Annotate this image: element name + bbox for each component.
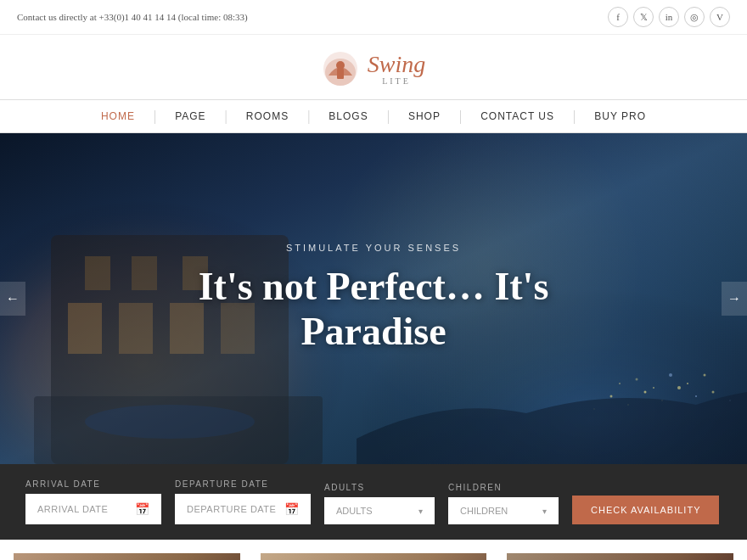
- twitter-icon[interactable]: 𝕏: [633, 7, 654, 27]
- adults-label: ADULTS: [324, 483, 435, 492]
- departure-placeholder: DEPARTURE DATE: [187, 504, 276, 514]
- check-availability-button[interactable]: CHECK AVAILABILITY: [572, 496, 719, 524]
- children-placeholder: CHILDREN: [460, 506, 508, 516]
- departure-field: DEPARTURE DATE DEPARTURE DATE 📅: [175, 479, 311, 524]
- svg-point-3: [336, 61, 345, 70]
- departure-label: DEPARTURE DATE: [175, 479, 311, 489]
- nav-item-blogs[interactable]: BLOGS: [310, 100, 386, 132]
- departure-calendar-icon: 📅: [284, 502, 300, 516]
- logo-text: Swing LITE: [368, 53, 425, 86]
- nav-item-page[interactable]: PAGE: [156, 100, 224, 132]
- logo-area: Swing LITE: [0, 35, 747, 99]
- navigation: HOME | PAGE | ROOMS | BLOGS | SHOP | CON…: [0, 99, 747, 133]
- nav-item-home[interactable]: HOME: [82, 100, 154, 132]
- nav-item-contact[interactable]: CONTACT US: [462, 100, 573, 132]
- children-label: CHILDREN: [448, 483, 559, 492]
- adults-chevron-icon: ▾: [418, 507, 423, 516]
- adults-placeholder: ADULTS: [336, 506, 373, 516]
- thumbnail-3: [507, 553, 733, 560]
- hero-title: It's not Perfect… It's Paradise: [161, 265, 586, 355]
- thumbnail-2: [261, 553, 487, 560]
- linkedin-icon[interactable]: in: [659, 7, 679, 27]
- arrival-label: ARRIVAL DATE: [25, 479, 161, 489]
- arrival-field: ARRIVAL DATE ARRIVAL DATE 📅: [25, 479, 161, 524]
- svg-rect-2: [337, 69, 344, 79]
- arrival-input[interactable]: ARRIVAL DATE 📅: [25, 494, 161, 524]
- hero-content: STIMULATE YOUR SENSES It's not Perfect… …: [161, 243, 586, 355]
- instagram-icon[interactable]: ◎: [684, 7, 705, 27]
- logo-icon: [322, 50, 359, 87]
- hero-subtitle: STIMULATE YOUR SENSES: [161, 243, 586, 253]
- contact-info: Contact us directly at +33(0)1 40 41 14 …: [17, 12, 248, 22]
- hero-prev-button[interactable]: ←: [0, 282, 25, 316]
- thumbnails-row: [0, 540, 747, 560]
- facebook-icon[interactable]: f: [608, 7, 628, 27]
- hero-next-button[interactable]: →: [722, 282, 747, 316]
- adults-select[interactable]: ADULTS ▾: [324, 497, 435, 524]
- nav-item-rooms[interactable]: ROOMS: [227, 100, 307, 132]
- social-icons: f 𝕏 in ◎ V: [608, 7, 730, 27]
- children-chevron-icon: ▾: [542, 507, 547, 516]
- vimeo-icon[interactable]: V: [710, 7, 730, 27]
- children-field: CHILDREN CHILDREN ▾: [448, 483, 559, 524]
- departure-input[interactable]: DEPARTURE DATE 📅: [175, 494, 311, 524]
- hero-section: STIMULATE YOUR SENSES It's not Perfect… …: [0, 133, 747, 464]
- arrival-calendar-icon: 📅: [135, 502, 150, 516]
- nav-item-buypro[interactable]: BUY PRO: [576, 100, 665, 132]
- children-select[interactable]: CHILDREN ▾: [448, 497, 559, 524]
- arrival-placeholder: ARRIVAL DATE: [37, 504, 108, 514]
- top-bar: Contact us directly at +33(0)1 40 41 14 …: [0, 0, 747, 35]
- adults-field: ADULTS ADULTS ▾: [324, 483, 435, 524]
- nav-item-shop[interactable]: SHOP: [390, 100, 459, 132]
- thumbnail-1: [14, 553, 240, 560]
- booking-bar: ARRIVAL DATE ARRIVAL DATE 📅 DEPARTURE DA…: [0, 464, 747, 540]
- logo-lite: LITE: [368, 76, 425, 86]
- logo-name: Swing: [368, 53, 425, 76]
